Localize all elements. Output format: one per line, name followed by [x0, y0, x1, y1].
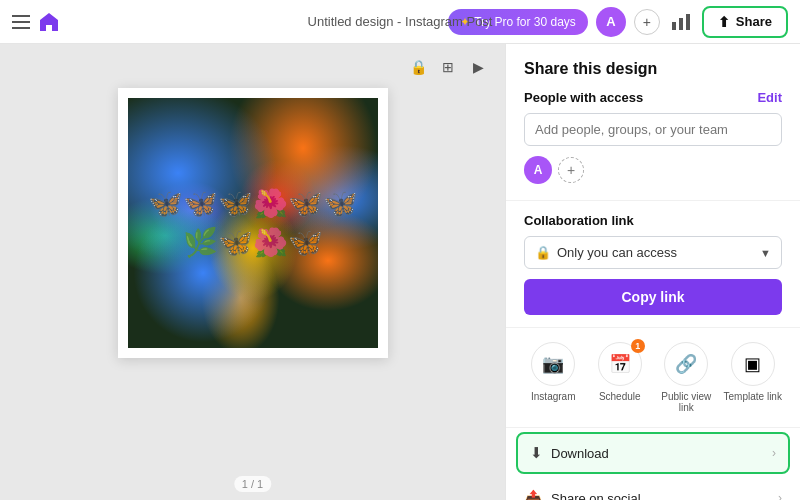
instagram-label: Instagram	[531, 391, 575, 402]
action-list: ⬇ Download › 📤 Share on social › 🖨 Print…	[506, 428, 800, 500]
download-label: Download	[551, 446, 609, 461]
download-action-item[interactable]: ⬇ Download ›	[516, 432, 790, 474]
copy-link-button[interactable]: Copy link	[524, 279, 782, 315]
main-area: 🔒 ⊞ ▶ 1 / 1 Share this design People wit…	[0, 44, 800, 500]
lock-icon[interactable]: 🔒	[407, 56, 429, 78]
page-number: 1 / 1	[234, 476, 271, 492]
panel-header: Share this design People with access Edi…	[506, 44, 800, 201]
share-icons-grid: 📷 Instagram 📅 1 Schedule 🔗 Public view l…	[506, 328, 800, 428]
canvas-area: 🔒 ⊞ ▶ 1 / 1	[0, 44, 505, 500]
schedule-label: Schedule	[599, 391, 641, 402]
edit-access-link[interactable]: Edit	[757, 90, 782, 105]
template-link-icon-circle: ▣	[731, 342, 775, 386]
schedule-icon: 📅	[609, 353, 631, 375]
access-dropdown-value: 🔒 Only you can access	[535, 245, 677, 260]
user-avatar-button[interactable]: A	[596, 7, 626, 37]
svg-rect-3	[672, 22, 676, 30]
svg-rect-0	[12, 15, 30, 17]
public-view-icon-circle: 🔗	[664, 342, 708, 386]
panel-title: Share this design	[524, 60, 782, 78]
topbar-right: ✦ Try Pro for 30 days A + ⬆ Share	[448, 6, 788, 38]
canvas-frame	[118, 88, 388, 358]
add-collaborator-button[interactable]: +	[634, 9, 660, 35]
share-social-icon: 📤	[524, 489, 543, 500]
grid-icon[interactable]: ⊞	[437, 56, 459, 78]
people-access-label: People with access	[524, 90, 643, 105]
owner-avatar: A	[524, 156, 552, 184]
collaboration-link-section: Collaboration link 🔒 Only you can access…	[506, 201, 800, 328]
avatar-letter: A	[606, 14, 615, 29]
upload-icon: ⬆	[718, 14, 730, 30]
link-icon: 🔗	[675, 353, 697, 375]
public-view-share-item[interactable]: 🔗 Public view link	[657, 342, 716, 413]
chevron-down-icon: ▼	[760, 247, 771, 259]
share-button[interactable]: ⬆ Share	[702, 6, 788, 38]
people-access-row: People with access Edit	[524, 90, 782, 105]
share-social-chevron-right: ›	[778, 491, 782, 500]
share-social-item-left: 📤 Share on social	[524, 489, 641, 500]
share-social-label: Share on social	[551, 491, 641, 501]
share-on-social-action-item[interactable]: 📤 Share on social ›	[506, 478, 800, 500]
lock-icon: 🔒	[535, 245, 551, 260]
download-item-left: ⬇ Download	[530, 444, 609, 462]
instagram-share-item[interactable]: 📷 Instagram	[524, 342, 583, 413]
share-button-label: Share	[736, 14, 772, 29]
add-people-input[interactable]	[524, 113, 782, 146]
avatar-row: A +	[524, 156, 782, 184]
analytics-icon[interactable]	[668, 9, 694, 35]
access-dropdown[interactable]: 🔒 Only you can access ▼	[524, 236, 782, 269]
template-link-label: Template link	[724, 391, 782, 402]
home-icon[interactable]	[38, 11, 60, 33]
schedule-icon-circle: 📅 1	[598, 342, 642, 386]
collab-link-label: Collaboration link	[524, 213, 782, 228]
present-icon[interactable]: ▶	[467, 56, 489, 78]
svg-rect-2	[12, 27, 30, 29]
add-person-button[interactable]: +	[558, 157, 584, 183]
instagram-icon: 📷	[542, 353, 564, 375]
download-chevron-right: ›	[772, 446, 776, 460]
topbar: Untitled design - Instagram Post ✦ Try P…	[0, 0, 800, 44]
canvas-toolbar: 🔒 ⊞ ▶	[407, 56, 505, 78]
template-link-share-item[interactable]: ▣ Template link	[724, 342, 783, 413]
public-view-label: Public view link	[657, 391, 716, 413]
schedule-share-item[interactable]: 📅 1 Schedule	[591, 342, 650, 413]
svg-rect-5	[686, 14, 690, 30]
share-panel: Share this design People with access Edi…	[505, 44, 800, 500]
design-preview	[128, 98, 378, 348]
topbar-left	[12, 11, 60, 33]
document-title: Untitled design - Instagram Post	[308, 14, 493, 29]
download-icon: ⬇	[530, 444, 543, 462]
instagram-icon-circle: 📷	[531, 342, 575, 386]
template-icon: ▣	[744, 353, 761, 375]
menu-icon[interactable]	[12, 15, 30, 29]
schedule-badge: 1	[631, 339, 645, 353]
only-you-label: Only you can access	[557, 245, 677, 260]
svg-rect-4	[679, 18, 683, 30]
svg-rect-1	[12, 21, 30, 23]
